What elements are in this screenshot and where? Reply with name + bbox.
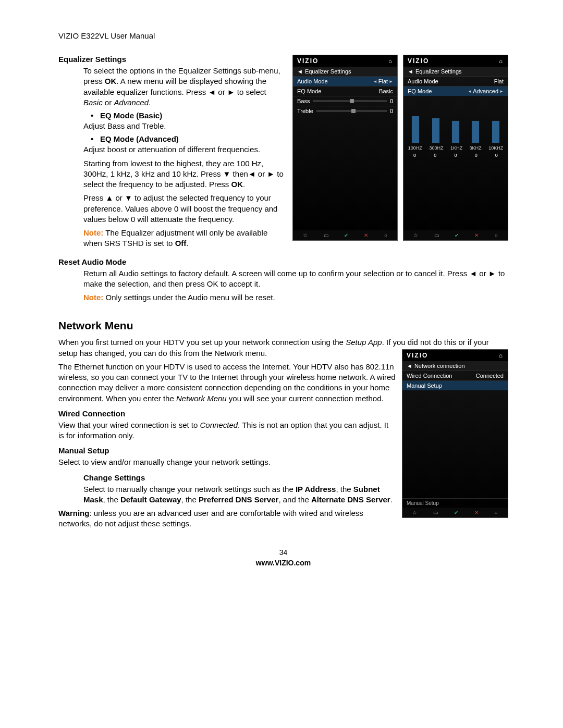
screen-bottom-bar: ☆ ▭ ✔ ✕ ○ [402,508,508,517]
row-audio-mode: Audio Mode Flat [403,76,508,86]
footer-url: www.VIZIO.com [58,559,508,567]
back-icon: ◄ [407,363,412,369]
left-arrow-icon: ◄ [468,89,472,94]
home-icon: ⌂ [499,352,504,359]
network-screenshot: VIZIO ⌂ ◄ Network connection Wired Conne… [402,349,508,518]
row-eq-mode: EQ Mode ◄Advanced► [403,86,508,96]
row-value: Connected [476,373,504,379]
row-value: Advanced [473,88,498,94]
back-icon: ◄ [297,68,303,75]
row-label: EQ Mode [297,88,321,94]
brand-label: VIZIO [408,57,429,65]
screen-title: Equalizer Settings [415,68,462,75]
bullet-eq-basic: EQ Mode (Basic) [83,111,508,120]
circle-icon: ○ [384,232,387,238]
reset-note: Note: Only settings under the Audio menu… [83,292,508,303]
reset-desc: Return all Audio settings to factory def… [83,268,508,290]
close-icon: ✕ [364,232,368,238]
home-icon: ⌂ [388,58,393,64]
screen-bottom-bar: ☆ ▭ ✔ ✕ ○ [293,230,397,240]
box-icon: ▭ [434,232,439,238]
bullet-eq-advanced: EQ Mode (Advanced) [83,134,508,143]
row-label: Manual Setup [407,500,439,506]
circle-icon: ○ [495,510,498,515]
row-value: Flat [494,78,504,84]
row-value: Flat [378,78,388,84]
circle-icon: ○ [495,232,498,238]
check-icon: ✔ [455,232,459,238]
screen-title: Network connection [414,363,465,369]
row-value: 0 [390,98,393,104]
row-label: Manual Setup [407,382,442,389]
row-label: Audio Mode [297,78,328,84]
close-icon: ✕ [474,510,479,515]
row-label: EQ Mode [408,88,432,94]
star-icon: ☆ [412,510,417,515]
row-label: Wired Connection [407,373,452,379]
screen-title: Equalizer Settings [305,68,351,75]
box-icon: ▭ [324,232,328,238]
page-footer: 34 www.VIZIO.com [58,548,508,567]
brand-label: VIZIO [297,57,319,65]
right-arrow-icon: ► [389,79,393,84]
check-icon: ✔ [454,510,458,515]
right-arrow-icon: ► [499,89,504,94]
row-wired-connection: Wired Connection Connected [402,371,508,380]
back-icon: ◄ [408,68,413,75]
close-icon: ✕ [474,232,479,238]
screen-bottom-bar: ☆ ▭ ✔ ✕ ○ [403,230,508,240]
eq-freq-values: 0 0 0 0 0 [403,152,508,159]
home-icon: ⌂ [499,58,504,64]
heading-reset-audio: Reset Audio Mode [58,257,508,266]
brand-label: VIZIO [407,352,428,359]
row-audio-mode: Audio Mode ◄Flat► [293,76,397,86]
left-arrow-icon: ◄ [373,79,377,84]
row-label: Audio Mode [408,78,438,84]
check-icon: ✔ [344,232,348,238]
screenshot-eq-basic: VIZIO ⌂ ◄ Equalizer Settings Audio Mode … [292,55,398,241]
heading-network-menu: Network Menu [58,319,508,332]
row-eq-mode: EQ Mode Basic [293,86,397,96]
page-number: 34 [58,548,508,557]
doc-header: VIZIO E322VL User Manual [58,31,508,40]
row-value: Basic [379,88,393,94]
row-bass: Bass 0 [293,96,397,106]
eq-freq-labels: 100HZ 300HZ 1KHZ 3KHZ 10KHZ [403,144,508,152]
star-icon: ☆ [303,232,308,238]
eq-screenshots: VIZIO ⌂ ◄ Equalizer Settings Audio Mode … [292,55,508,241]
row-label: Bass [297,98,310,104]
row-manual-setup: Manual Setup [402,380,508,390]
star-icon: ☆ [413,232,418,238]
box-icon: ▭ [433,510,438,515]
screenshot-eq-advanced: VIZIO ⌂ ◄ Equalizer Settings Audio Mode … [403,55,508,241]
row-manual-setup-bottom: Manual Setup [402,498,508,508]
